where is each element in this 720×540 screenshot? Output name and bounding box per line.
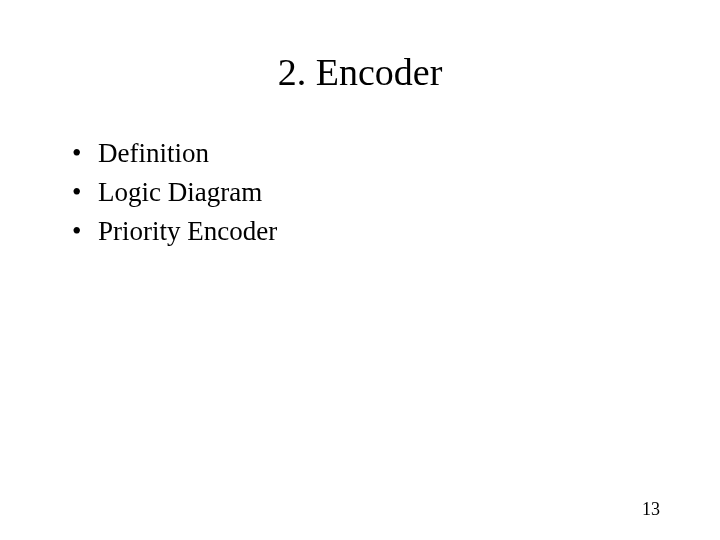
list-item: Priority Encoder: [72, 212, 660, 251]
slide-title: 2. Encoder: [60, 50, 660, 94]
bullet-list: Definition Logic Diagram Priority Encode…: [60, 134, 660, 251]
page-number: 13: [642, 499, 660, 520]
list-item: Definition: [72, 134, 660, 173]
slide-container: 2. Encoder Definition Logic Diagram Prio…: [0, 0, 720, 540]
list-item: Logic Diagram: [72, 173, 660, 212]
